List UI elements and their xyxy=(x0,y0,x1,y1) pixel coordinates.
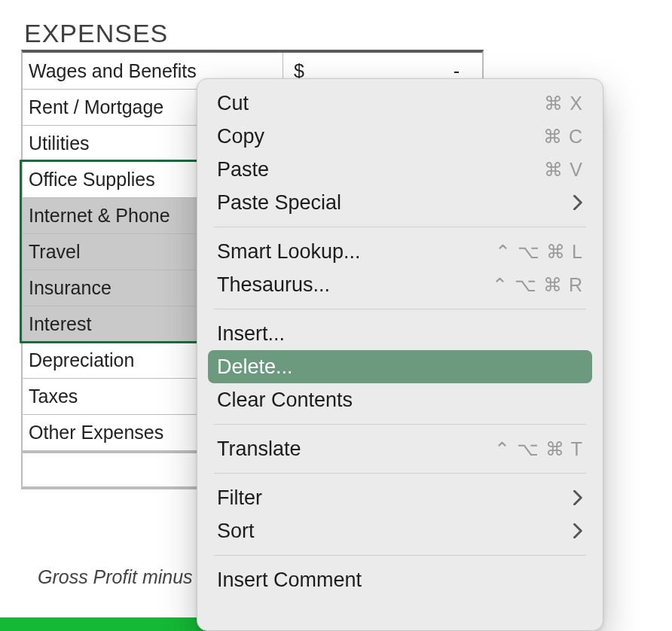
menu-item-sort[interactable]: Sort xyxy=(197,514,603,547)
menu-item-label: Paste Special xyxy=(217,191,573,215)
menu-item-clear-contents[interactable]: Clear Contents xyxy=(197,383,603,416)
menu-item-label: Copy xyxy=(217,125,543,148)
menu-item-label: Thesaurus... xyxy=(217,273,492,297)
menu-item-cut[interactable]: Cut ⌘ X xyxy=(197,87,603,120)
menu-item-label: Insert... xyxy=(217,322,583,346)
menu-item-label: Delete... xyxy=(217,355,583,379)
menu-item-copy[interactable]: Copy ⌘ C xyxy=(197,120,603,153)
menu-item-paste-special[interactable]: Paste Special xyxy=(197,186,603,219)
menu-item-label: Filter xyxy=(217,486,573,510)
chevron-right-icon xyxy=(573,490,583,505)
menu-item-shortcut: ⌃ ⌥ ⌘ T xyxy=(494,438,583,460)
cell-text: Rent / Mortgage xyxy=(29,96,163,118)
net-income-description: Gross Profit minus Tot xyxy=(38,566,223,588)
menu-item-thesaurus[interactable]: Thesaurus... ⌃ ⌥ ⌘ R xyxy=(197,268,603,301)
menu-separator xyxy=(214,473,586,474)
cell-text: Office Supplies xyxy=(29,169,155,191)
menu-item-insert-comment[interactable]: Insert Comment xyxy=(197,563,603,596)
menu-item-shortcut: ⌘ C xyxy=(543,126,583,148)
menu-item-shortcut: ⌘ V xyxy=(544,159,583,181)
menu-item-filter[interactable]: Filter xyxy=(197,481,603,514)
cell-text: Other Expenses xyxy=(29,422,163,444)
cell-text: Internet & Phone xyxy=(29,205,170,227)
cell-text: Travel xyxy=(29,241,81,263)
menu-item-smart-lookup[interactable]: Smart Lookup... ⌃ ⌥ ⌘ L xyxy=(197,235,603,268)
menu-separator xyxy=(214,227,586,227)
menu-item-label: Cut xyxy=(217,92,544,115)
menu-item-label: Insert Comment xyxy=(217,569,583,592)
menu-item-label: Clear Contents xyxy=(217,389,583,412)
cell-text: Insurance xyxy=(29,277,111,299)
menu-item-label: Paste xyxy=(217,158,544,181)
cell-text: Utilities xyxy=(29,133,90,154)
menu-item-shortcut: ⌃ ⌥ ⌘ L xyxy=(495,241,583,263)
menu-separator xyxy=(214,309,586,309)
menu-item-paste[interactable]: Paste ⌘ V xyxy=(197,153,603,186)
cell-text: Wages and Benefits xyxy=(29,60,197,82)
menu-item-shortcut: ⌘ X xyxy=(544,93,583,114)
cell-text: Interest xyxy=(29,313,91,335)
menu-item-label: Translate xyxy=(217,437,494,461)
cell-text: Depreciation xyxy=(29,349,134,371)
menu-item-translate[interactable]: Translate ⌃ ⌥ ⌘ T xyxy=(197,432,603,465)
menu-item-insert[interactable]: Insert... xyxy=(197,317,603,350)
chevron-right-icon xyxy=(573,195,583,210)
menu-item-shortcut: ⌃ ⌥ ⌘ R xyxy=(492,274,583,296)
menu-item-delete[interactable]: Delete... xyxy=(208,350,592,383)
menu-item-label: Smart Lookup... xyxy=(217,240,495,264)
cell-text: Taxes xyxy=(29,386,78,407)
menu-separator xyxy=(214,424,586,425)
menu-item-label: Sort xyxy=(217,520,573,543)
menu-separator xyxy=(214,555,586,556)
context-menu: Cut ⌘ X Copy ⌘ C Paste ⌘ V Paste Special… xyxy=(197,78,603,631)
chevron-right-icon xyxy=(573,523,583,538)
section-header-expenses: EXPENSES xyxy=(24,19,168,48)
